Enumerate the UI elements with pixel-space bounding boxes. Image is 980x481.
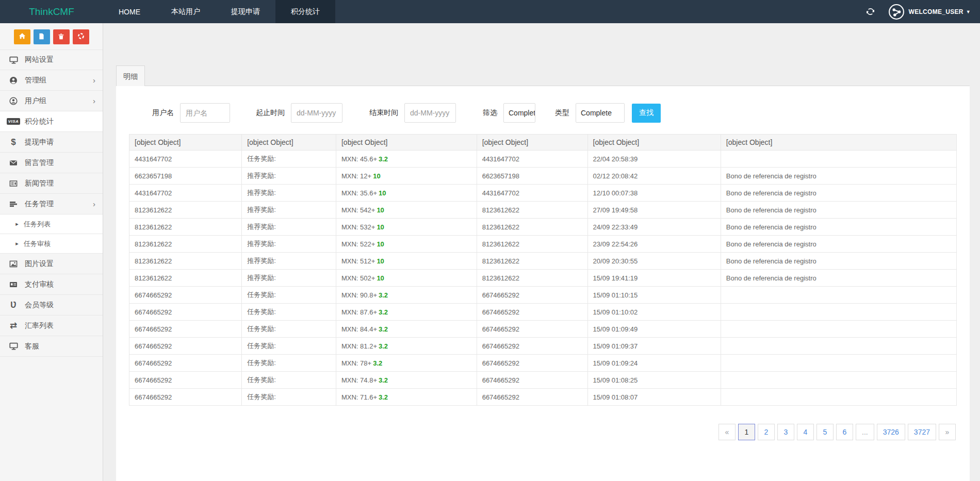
cell-target: 8123612622 <box>477 236 587 253</box>
cell-username: 4431647702 <box>129 151 242 168</box>
cell-time: 27/09 19:49:58 <box>587 202 721 219</box>
cell-amount: MXN: 74.8+3.2 <box>336 372 477 389</box>
sidebar-item-task-list[interactable]: ▸ 任务列表 <box>0 214 103 234</box>
user-dropdown[interactable]: WELCOME_USER ▼ <box>909 8 971 15</box>
cell-time: 22/04 20:58:39 <box>587 151 721 168</box>
page-next[interactable]: » <box>939 424 956 440</box>
sidebar-item-task-review[interactable]: ▸ 任务审核 <box>0 234 103 254</box>
page-prev[interactable]: « <box>718 424 736 440</box>
bonus-value: 3.2 <box>379 308 388 316</box>
news-icon <box>8 179 19 188</box>
file-icon <box>38 32 45 42</box>
sidebar-item-customer-service[interactable]: 客服 <box>0 336 103 357</box>
table-row: 6674665292 任务奖励: MXN: 78+3.2 6674665292 … <box>129 355 957 372</box>
table-row: 6623657198 推荐奖励: MXN: 12+10 6623657198 0… <box>129 168 957 185</box>
cell-username: 6674665292 <box>129 338 242 355</box>
user-circle-icon <box>8 97 19 105</box>
cell-remark: Bono de referencia de registro <box>721 185 956 202</box>
search-button[interactable]: 查找 <box>632 104 661 123</box>
cell-award: 推荐奖励: <box>242 236 336 253</box>
filter-select[interactable]: Complete <box>503 103 535 123</box>
avatar[interactable] <box>888 4 905 20</box>
cell-time: 15/09 19:41:19 <box>587 270 721 287</box>
cell-amount: MXN: 542+10 <box>336 202 477 219</box>
sidebar-item-payment-review[interactable]: 支付审核 <box>0 274 103 295</box>
table-row: 4431647702 任务奖励: MXN: 45.6+3.2 443164770… <box>129 151 957 168</box>
sidebar-item-member-level[interactable]: Ʋ 会员等级 <box>0 295 103 316</box>
cell-target: 8123612622 <box>477 202 587 219</box>
page-3727[interactable]: 3727 <box>908 424 936 440</box>
page-1[interactable]: 1 <box>738 424 755 440</box>
cell-award: 推荐奖励: <box>242 219 336 236</box>
cell-target: 6674665292 <box>477 355 587 372</box>
nav-item-site-users[interactable]: 本站用户 <box>156 0 216 23</box>
page-4[interactable]: 4 <box>797 424 814 440</box>
nav-item-home[interactable]: HOME <box>103 0 156 23</box>
page-3[interactable]: 3 <box>777 424 794 440</box>
filter-form: 用户名 起止时间 结束时间 筛选 Complete 类型 Complete 查找 <box>152 103 957 123</box>
username-input[interactable] <box>180 103 230 123</box>
cell-remark <box>721 372 956 389</box>
cell-remark: Bono de referencia de registro <box>721 219 956 236</box>
page-5[interactable]: 5 <box>816 424 834 440</box>
table-row: 8123612622 推荐奖励: MXN: 522+10 8123612622 … <box>129 236 957 253</box>
cell-remark <box>721 287 956 304</box>
cell-username: 8123612622 <box>129 202 242 219</box>
cell-award: 任务奖励: <box>242 338 336 355</box>
bonus-value: 3.2 <box>379 342 388 350</box>
cell-remark: Bono de referencia de registro <box>721 236 956 253</box>
cell-amount: MXN: 532+10 <box>336 219 477 236</box>
cell-award: 任务奖励: <box>242 389 336 406</box>
cell-amount: MXN: 45.6+3.2 <box>336 151 477 168</box>
page-2[interactable]: 2 <box>758 424 775 440</box>
tab-bar: 明细 <box>116 65 970 86</box>
brand-logo[interactable]: ThinkCMF <box>0 0 103 23</box>
visa-icon: VISA <box>8 118 19 125</box>
cell-award: 任务奖励: <box>242 151 336 168</box>
table-row: 6674665292 任务奖励: MXN: 81.2+3.2 667466529… <box>129 338 957 355</box>
nav-item-withdrawal[interactable]: 提现申请 <box>216 0 275 23</box>
sidebar-item-website-settings[interactable]: 网站设置 <box>0 49 103 70</box>
top-nav-items: HOME 本站用户 提现申请 积分统计 <box>103 0 335 23</box>
toolbar-file-button[interactable] <box>34 29 50 44</box>
page-ellipsis[interactable]: ... <box>856 424 874 440</box>
table-row: 8123612622 推荐奖励: MXN: 542+10 8123612622 … <box>129 202 957 219</box>
cell-time: 15/09 01:08:07 <box>587 389 721 406</box>
toolbar-refresh-button[interactable] <box>73 29 89 44</box>
cell-target: 6674665292 <box>477 304 587 321</box>
sidebar-item-image-settings[interactable]: 图片设置 <box>0 254 103 274</box>
envelope-icon <box>8 159 19 167</box>
sidebar-item-withdrawal[interactable]: $ 提现申请 <box>0 132 103 153</box>
sidebar-item-tasks[interactable]: 任务管理 › <box>0 194 103 214</box>
chevron-right-icon: › <box>93 96 95 105</box>
sidebar-item-admin-group[interactable]: 管理组 › <box>0 70 103 91</box>
page-3726[interactable]: 3726 <box>877 424 905 440</box>
sidebar-item-user-group[interactable]: 用户组 › <box>0 91 103 111</box>
sidebar-item-news[interactable]: 新闻管理 <box>0 173 103 194</box>
cell-username: 6674665292 <box>129 321 242 338</box>
page-6[interactable]: 6 <box>836 424 853 440</box>
image-icon <box>8 260 19 268</box>
toolbar-trash-button[interactable] <box>53 29 70 44</box>
refresh-icon[interactable] <box>866 7 875 16</box>
nav-item-points-stats[interactable]: 积分统计 <box>275 0 335 23</box>
bonus-value: 10 <box>377 274 384 282</box>
type-select[interactable]: Complete <box>576 103 625 123</box>
caret-right-icon: ▸ <box>14 240 20 247</box>
cell-amount: MXN: 84.4+3.2 <box>336 321 477 338</box>
sidebar-item-points-stats[interactable]: VISA 积分统计 <box>0 111 103 132</box>
table-header-cell: [object Object] <box>242 135 336 151</box>
cell-remark <box>721 304 956 321</box>
start-date-input[interactable] <box>291 103 342 123</box>
end-date-input[interactable] <box>404 103 456 123</box>
sidebar-item-messages[interactable]: 留言管理 <box>0 153 103 173</box>
sidebar-item-exchange-rates[interactable]: ⇄ 汇率列表 <box>0 316 103 336</box>
cell-target: 8123612622 <box>477 219 587 236</box>
top-navbar: ThinkCMF HOME 本站用户 提现申请 积分统计 <box>0 0 980 23</box>
points-table: [object Object][object Object][object Ob… <box>129 134 957 406</box>
cell-award: 任务奖励: <box>242 372 336 389</box>
trash-icon <box>58 32 64 42</box>
toolbar-home-button[interactable] <box>14 29 30 44</box>
tab-details[interactable]: 明细 <box>116 65 145 86</box>
cell-time: 15/09 01:09:24 <box>587 355 721 372</box>
